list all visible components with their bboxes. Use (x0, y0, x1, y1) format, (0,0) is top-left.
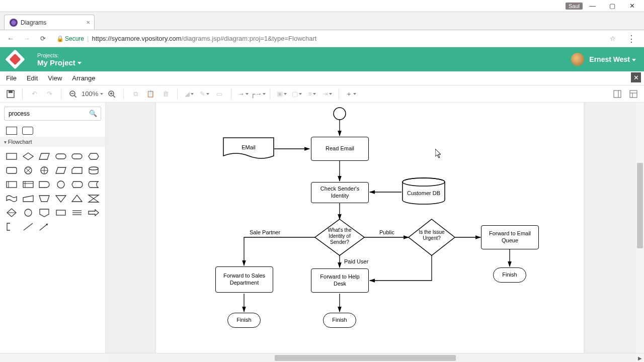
to-front-icon[interactable]: ▣ (275, 87, 288, 101)
distribute-icon[interactable]: ⇥ (320, 87, 334, 101)
shape-extract[interactable] (71, 194, 83, 203)
shape-data[interactable] (55, 166, 66, 175)
window-minimize-button[interactable]: — (583, 1, 602, 12)
shape-manual-input[interactable] (23, 194, 34, 203)
svg-rect-30 (7, 182, 17, 188)
copy-icon[interactable]: ⧉ (129, 87, 142, 101)
window-maximize-button[interactable]: ▢ (602, 1, 622, 12)
menu-edit[interactable]: Edit (27, 74, 38, 82)
node-read-email[interactable]: Read Email (311, 137, 369, 161)
window-close-button[interactable]: ✕ (622, 1, 642, 12)
shape-sort[interactable] (6, 208, 17, 217)
zoom-level[interactable]: 100% (82, 90, 103, 98)
shape-loop-limit[interactable] (55, 208, 66, 217)
format-panel-icon[interactable] (611, 87, 624, 101)
shape-io[interactable] (39, 152, 50, 161)
node-finish-help[interactable]: Finish (323, 313, 356, 328)
app-logo-icon[interactable] (5, 49, 25, 69)
shape-connector[interactable] (55, 180, 66, 189)
shape-line[interactable] (23, 222, 34, 231)
shape-internal-storage[interactable] (23, 180, 34, 189)
menu-file[interactable]: File (6, 74, 17, 82)
vertical-scrollbar[interactable] (636, 103, 644, 353)
shape-display[interactable] (71, 180, 83, 189)
hscroll-right[interactable]: ▶ (636, 353, 644, 362)
node-fwd-sales[interactable]: Forward to Sales Department (215, 266, 273, 293)
tab-close-button[interactable]: × (86, 19, 90, 26)
redo-icon[interactable]: ↷ (43, 87, 56, 101)
node-finish-queue[interactable]: Finish (493, 267, 526, 283)
paste-icon[interactable]: 📋 (144, 87, 157, 101)
canvas-wrap[interactable]: EMail Read Email Check Sender's Identity… (106, 103, 644, 353)
vertical-scrollbar-thumb[interactable] (637, 163, 643, 248)
shape-or[interactable] (39, 166, 50, 175)
zoom-out-icon[interactable] (66, 87, 79, 101)
node-fwd-queue[interactable]: Forward to Email Queue (481, 225, 539, 249)
canvas-page[interactable]: EMail Read Email Check Sender's Identity… (156, 103, 584, 353)
menu-arrange[interactable]: Arrange (72, 74, 95, 82)
node-check-sender[interactable]: Check Sender's Identity (311, 182, 369, 203)
node-identity-decision[interactable]: What's the Identity of Sender? (314, 218, 365, 256)
shape-card[interactable] (71, 166, 83, 175)
browser-tab[interactable]: Diagrams × (4, 15, 95, 30)
align-icon[interactable]: ≡ (305, 87, 318, 101)
insert-icon[interactable]: ＋ (344, 87, 357, 101)
menu-view[interactable]: View (48, 74, 62, 82)
shape-directional[interactable] (39, 222, 50, 231)
shape-rounded[interactable] (6, 166, 17, 175)
shape-offpage[interactable] (39, 208, 50, 217)
node-finish-sales[interactable]: Finish (227, 313, 261, 328)
zoom-in-icon[interactable] (105, 87, 118, 101)
shape-rectangle[interactable] (6, 127, 17, 135)
shape-database[interactable] (88, 166, 99, 175)
stroke-icon[interactable]: ✎ (198, 87, 211, 101)
close-panel-button[interactable]: ✕ (631, 72, 641, 82)
bookmark-star-icon[interactable]: ☆ (610, 35, 616, 42)
url-field[interactable]: 🔒 Secure | https://sycamore.vpository.co… (53, 32, 605, 45)
nav-reload-button[interactable]: ⟳ (37, 35, 48, 42)
shape-annotation[interactable] (6, 222, 17, 231)
shape-sum[interactable] (23, 166, 34, 175)
search-input[interactable] (4, 107, 101, 121)
shape-tape[interactable] (6, 194, 17, 203)
node-urgent-decision[interactable]: Is the Issue Urgent? (408, 218, 456, 256)
shadow-icon[interactable]: ▭ (213, 87, 226, 101)
chevron-down-icon (77, 62, 82, 64)
delete-icon[interactable]: 🗑 (159, 87, 172, 101)
shape-decision[interactable] (23, 152, 34, 161)
shape-rounded-rectangle[interactable] (22, 127, 33, 135)
shape-arrow[interactable] (88, 208, 99, 217)
outline-panel-icon[interactable] (627, 87, 640, 101)
connector-style-icon[interactable]: → (236, 87, 250, 101)
palette-category[interactable]: Flowchart (0, 137, 105, 147)
shape-merge[interactable] (55, 194, 66, 203)
undo-icon[interactable]: ↶ (28, 87, 41, 101)
shape-subprocess[interactable] (6, 180, 17, 189)
project-selector[interactable]: My Project (37, 58, 82, 67)
shape-collate[interactable] (88, 194, 99, 203)
node-email[interactable]: EMail (222, 137, 275, 161)
user-menu[interactable]: Ernest West (571, 53, 636, 66)
shape-circle[interactable] (23, 208, 34, 217)
to-back-icon[interactable]: ▢ (290, 87, 303, 101)
fill-icon[interactable]: ◢ (183, 87, 196, 101)
shape-stored-data[interactable] (88, 180, 99, 189)
save-icon[interactable] (4, 87, 17, 101)
lock-icon: 🔒 Secure (56, 35, 84, 42)
shape-hexagon[interactable] (88, 152, 99, 161)
waypoint-icon[interactable]: ┌→ (252, 87, 265, 101)
shape-pill[interactable] (71, 152, 83, 161)
shape-parallel[interactable] (71, 208, 83, 217)
nav-back-button[interactable]: ← (5, 35, 16, 42)
shape-delay[interactable] (39, 180, 50, 189)
hscroll-thumb[interactable] (275, 355, 456, 361)
browser-menu-button[interactable]: ⋮ (624, 33, 639, 44)
shape-process[interactable] (6, 152, 17, 161)
nav-forward-button[interactable]: → (21, 35, 32, 42)
node-customer-db[interactable]: Customer DB (400, 177, 447, 205)
hscroll-track[interactable] (109, 354, 636, 361)
shape-terminator[interactable] (55, 152, 66, 161)
shape-manual-op[interactable] (39, 194, 50, 203)
node-fwd-help[interactable]: Forward to Help Desk (311, 268, 369, 293)
search-icon[interactable]: 🔍 (89, 110, 97, 117)
